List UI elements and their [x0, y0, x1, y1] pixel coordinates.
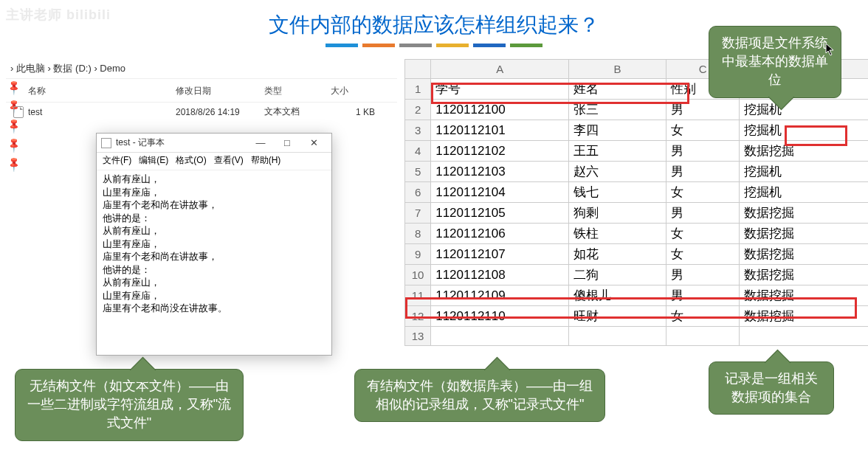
table-row[interactable]: 81120112106铁柱女数据挖掘 [405, 224, 869, 244]
row-num[interactable]: 4 [405, 141, 431, 162]
table-row[interactable]: 21120112100张三男挖掘机 [405, 100, 869, 120]
cell[interactable]: 男 [666, 162, 740, 182]
file-name: test [28, 107, 176, 117]
cell[interactable]: 1120112103 [431, 162, 569, 182]
row-num[interactable]: 1 [405, 79, 431, 100]
cell[interactable]: 挖掘机 [740, 120, 868, 141]
cell[interactable]: 1120112104 [431, 182, 569, 203]
row-num[interactable]: 10 [405, 265, 431, 285]
table-row[interactable]: 41120112102王五男数据挖掘 [405, 141, 869, 162]
cell[interactable]: 1120112109 [431, 285, 569, 306]
notepad-titlebar[interactable]: test - 记事本 — □ ✕ [97, 134, 331, 153]
notepad-content[interactable]: 从前有座山， 山里有座庙， 庙里有个老和尚在讲故事， 他讲的是： 从前有座山， … [97, 170, 331, 355]
cell[interactable]: 1120112106 [431, 224, 569, 244]
cell[interactable]: 男 [666, 141, 740, 162]
table-row[interactable]: 51120112103赵六男挖掘机 [405, 162, 869, 182]
cell[interactable]: 数据挖掘 [740, 224, 868, 244]
col-head[interactable]: B [569, 60, 666, 79]
cell[interactable]: 女 [666, 182, 740, 203]
menu-format[interactable]: 格式(O) [176, 154, 206, 167]
cell[interactable]: 王五 [569, 141, 666, 162]
row-num[interactable]: 11 [405, 285, 431, 306]
row-num[interactable]: 12 [405, 306, 431, 327]
cell[interactable]: 挖掘机 [740, 100, 868, 120]
cell[interactable]: 数据挖掘 [740, 244, 868, 265]
cell[interactable]: 姓名 [569, 79, 666, 100]
cell[interactable]: 1120112108 [431, 265, 569, 285]
menu-help[interactable]: 帮助(H) [251, 154, 281, 167]
cell[interactable]: 二狗 [569, 265, 666, 285]
cell[interactable]: 张三 [569, 100, 666, 120]
cell[interactable]: 数据挖掘 [740, 306, 868, 327]
cell[interactable]: 女 [666, 244, 740, 265]
close-button[interactable]: ✕ [300, 137, 327, 148]
file-size: 1 KB [331, 107, 375, 117]
maximize-button[interactable]: □ [274, 137, 300, 148]
cell[interactable]: 女 [666, 306, 740, 327]
row-num[interactable]: 13 [405, 327, 431, 346]
cell[interactable]: 李四 [569, 120, 666, 141]
cell[interactable]: 傻根儿 [569, 285, 666, 306]
pin-icon: 📌 [5, 155, 22, 172]
file-row[interactable]: test 2018/8/26 14:19 文本文档 1 KB [6, 103, 397, 121]
watermark: 主讲老师 bilibili [6, 6, 111, 24]
cell[interactable]: 女 [666, 120, 740, 141]
cell[interactable]: 1120112105 [431, 203, 569, 224]
col-head[interactable]: A [431, 60, 569, 79]
cell[interactable]: 男 [666, 203, 740, 224]
table-row[interactable]: 71120112105狗剩男数据挖掘 [405, 203, 869, 224]
cell[interactable]: 赵六 [569, 162, 666, 182]
col-type[interactable]: 类型 [264, 85, 331, 97]
col-size[interactable]: 大小 [331, 85, 375, 97]
cell[interactable]: 数据挖掘 [740, 203, 868, 224]
cell[interactable]: 数据挖掘 [740, 285, 868, 306]
row-num[interactable]: 6 [405, 182, 431, 203]
cell[interactable]: 1120112101 [431, 120, 569, 141]
cell[interactable]: 铁柱 [569, 224, 666, 244]
cell[interactable]: 挖掘机 [740, 182, 868, 203]
row-num[interactable]: 3 [405, 120, 431, 141]
table-row[interactable]: 61120112104钱七女挖掘机 [405, 182, 869, 203]
file-date: 2018/8/26 14:19 [176, 107, 264, 117]
row-num[interactable]: 7 [405, 203, 431, 224]
callout-structured: 有结构文件（如数据库表）——由一组相似的记录组成，又称"记录式文件" [354, 369, 605, 422]
spreadsheet[interactable]: ABCD1学号姓名性别21120112100张三男挖掘机31120112101李… [404, 59, 868, 346]
notepad-menu: 文件(F) 编辑(E) 格式(O) 查看(V) 帮助(H) [97, 153, 331, 170]
cell[interactable]: 1120112102 [431, 141, 569, 162]
breadcrumb[interactable]: › 此电脑 › 数据 (D:) › Demo [6, 59, 397, 79]
cell[interactable]: 1120112110 [431, 306, 569, 327]
cell[interactable]: 男 [666, 265, 740, 285]
menu-view[interactable]: 查看(V) [214, 154, 244, 167]
menu-file[interactable]: 文件(F) [103, 154, 131, 167]
cell[interactable]: 数据挖掘 [740, 141, 868, 162]
cell[interactable]: 狗剩 [569, 203, 666, 224]
cell[interactable]: 如花 [569, 244, 666, 265]
cell[interactable]: 学号 [431, 79, 569, 100]
cell[interactable]: 钱七 [569, 182, 666, 203]
cell[interactable]: 1120112100 [431, 100, 569, 120]
col-name[interactable]: 名称 [28, 85, 176, 97]
notepad-window[interactable]: test - 记事本 — □ ✕ 文件(F) 编辑(E) 格式(O) 查看(V)… [96, 133, 332, 356]
table-row[interactable]: 13 [405, 327, 869, 346]
table-row[interactable]: 101120112108二狗男数据挖掘 [405, 265, 869, 285]
cell[interactable]: 数据挖掘 [740, 265, 868, 285]
cell[interactable]: 挖掘机 [740, 162, 868, 182]
cell[interactable]: 男 [666, 100, 740, 120]
cell[interactable]: 1120112107 [431, 244, 569, 265]
table-row[interactable]: 111120112109傻根儿男数据挖掘 [405, 285, 869, 306]
table-row[interactable]: 91120112107如花女数据挖掘 [405, 244, 869, 265]
row-num[interactable]: 8 [405, 224, 431, 244]
cell[interactable]: 男 [666, 285, 740, 306]
cell[interactable]: 女 [666, 224, 740, 244]
menu-edit[interactable]: 编辑(E) [139, 154, 168, 167]
cell[interactable]: 旺财 [569, 306, 666, 327]
col-date[interactable]: 修改日期 [176, 85, 264, 97]
notepad-title: test - 记事本 [116, 136, 165, 149]
row-num[interactable]: 5 [405, 162, 431, 182]
minimize-button[interactable]: — [247, 137, 274, 148]
pin-icons: 📌 📌 📌 📌 📌 [7, 81, 20, 170]
row-num[interactable]: 9 [405, 244, 431, 265]
table-row[interactable]: 121120112110旺财女数据挖掘 [405, 306, 869, 327]
table-row[interactable]: 31120112101李四女挖掘机 [405, 120, 869, 141]
row-num[interactable]: 2 [405, 100, 431, 120]
